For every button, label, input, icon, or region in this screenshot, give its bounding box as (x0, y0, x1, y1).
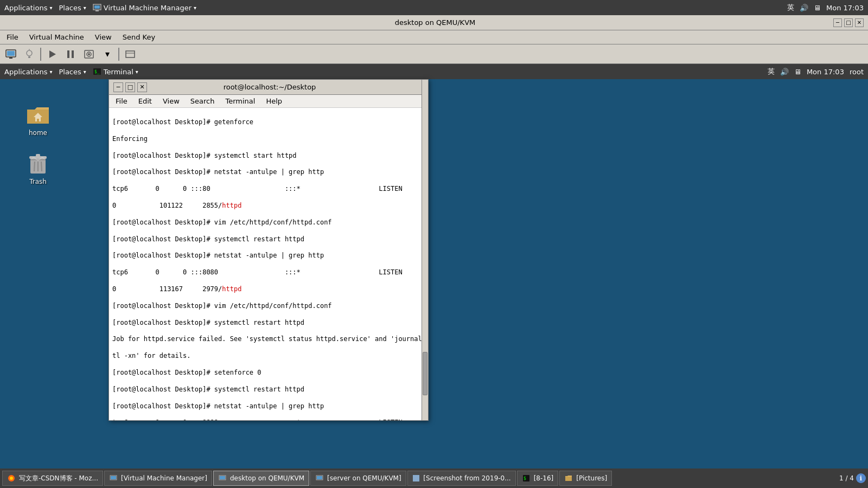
applications-menu[interactable]: Applications ▾ (4, 4, 52, 12)
terminal-minimize-btn[interactable]: ─ (113, 82, 123, 92)
topbar-right: 英 🔊 🖥 Mon 17:03 (787, 3, 864, 12)
guest-root-label: root (850, 68, 864, 76)
svg-rect-11 (72, 50, 74, 58)
trash-icon-label: Trash (29, 178, 47, 185)
term-menu-help[interactable]: Help (261, 96, 286, 106)
home-icon-label: home (29, 129, 47, 137)
term-line-11: 0 113167 2979/httpd (112, 285, 425, 294)
term-line-4: [root@localhost Desktop]# netstat -antul… (112, 168, 425, 177)
vmm-menu[interactable]: Virtual Machine Manager ▾ (93, 3, 196, 12)
places-menu[interactable]: Places ▾ (59, 4, 86, 12)
term-line-17: [root@localhost Desktop]# systemctl rest… (112, 385, 425, 394)
toolbar-sep2 (118, 48, 119, 61)
svg-rect-32 (111, 476, 116, 479)
toolbar-monitor-btn[interactable] (2, 47, 20, 62)
toolbar-dropdown-btn[interactable]: ▾ (99, 47, 116, 62)
vmm-icon (93, 3, 101, 12)
term-line-16: [root@localhost Desktop]# setenforce 0 (112, 368, 425, 377)
qemu-window-controls: ─ □ ✕ (833, 18, 864, 27)
applications-arrow: ▾ (49, 5, 52, 11)
trash-can-icon (25, 150, 51, 176)
term-line-13: [root@localhost Desktop]# systemctl rest… (112, 318, 425, 328)
svg-rect-5 (9, 57, 12, 59)
guest-volume-icon: 🔊 (780, 68, 789, 76)
terminal-restore-btn[interactable]: □ (125, 82, 135, 92)
taskbar-item-pictures[interactable]: [Pictures] (559, 471, 612, 486)
taskbar-item-desktop-qemu[interactable]: desktop on QEMU/KVM (213, 471, 309, 486)
taskbar-item-firefox-label: 写文章-CSDN博客 - Moz... (19, 474, 98, 483)
home-desktop-icon[interactable]: home (16, 101, 60, 137)
svg-text:$_: $_ (94, 69, 100, 74)
taskbar-item-vmm[interactable]: [Virtual Machine Manager] (104, 471, 212, 486)
taskbar-816-label: [8-16] (534, 474, 554, 482)
terminal-menubar: File Edit View Search Terminal Help (109, 95, 428, 108)
term-menu-terminal[interactable]: Terminal (221, 96, 259, 106)
term-line-18: [root@localhost Desktop]# netstat -antul… (112, 402, 425, 411)
trash-desktop-icon[interactable]: Trash (16, 150, 60, 185)
svg-rect-2 (95, 10, 99, 11)
taskbar-item-816[interactable]: $ [8-16] (517, 471, 559, 486)
guest-applications-menu[interactable]: Applications ▾ (4, 68, 52, 76)
term-menu-search[interactable]: Search (186, 96, 219, 106)
network-icon: 🖥 (814, 4, 821, 12)
play-icon (47, 49, 58, 60)
svg-point-6 (27, 50, 32, 56)
svg-text:$: $ (524, 476, 526, 481)
qemu-maximize-btn[interactable]: □ (844, 18, 853, 27)
taskbar-screenshot-label: [Screenshot from 2019-0... (423, 474, 510, 482)
term-menu-edit[interactable]: Edit (134, 96, 156, 106)
guest-terminal-label: Terminal (104, 68, 133, 76)
guest-lang: 英 (768, 67, 775, 76)
terminal-scrollbar[interactable] (422, 80, 428, 420)
term-line-19: tcp6 0 0 :::8888 :::* LISTEN (112, 418, 425, 420)
applications-label: Applications (4, 4, 47, 12)
svg-rect-1 (94, 5, 100, 9)
guest-places-label: Places (59, 68, 81, 76)
svg-rect-4 (7, 51, 15, 56)
qemu-minimize-btn[interactable]: ─ (833, 18, 842, 27)
terminal-close-btn[interactable]: ✕ (137, 82, 147, 92)
qemu-close-btn[interactable]: ✕ (855, 18, 864, 27)
toolbar-screenshot-btn[interactable] (80, 47, 98, 62)
scrollbar-thumb[interactable] (423, 352, 427, 395)
qemu-menu-file[interactable]: File (2, 32, 23, 42)
term-line-1: [root@localhost Desktop]# getenforce (112, 118, 425, 127)
topbar-left: Applications ▾ Places ▾ Virtual Machine … (4, 3, 196, 12)
vmm-taskbar-icon (109, 474, 118, 483)
firefox-icon (7, 474, 16, 483)
taskbar-item-screenshot[interactable]: [Screenshot from 2019-0... (407, 471, 516, 486)
terminal-output[interactable]: [root@localhost Desktop]# getenforce Enf… (109, 108, 428, 420)
toolbar-pause-btn[interactable] (62, 47, 79, 62)
pause-icon (65, 49, 76, 60)
guest-applications-label: Applications (4, 68, 47, 76)
taskbar-item-firefox[interactable]: 写文章-CSDN博客 - Moz... (2, 471, 103, 486)
qemu-toolbar: ▾ (0, 44, 868, 64)
svg-rect-10 (67, 50, 69, 58)
terminal-icon: $_ (93, 67, 101, 76)
term-menu-view[interactable]: View (158, 96, 184, 106)
svg-marker-9 (49, 50, 56, 58)
toolbar-play-btn[interactable] (43, 47, 61, 62)
taskbar-page-info: 1 / 4 (839, 474, 854, 482)
svg-point-30 (10, 477, 13, 480)
toolbar-fullscreen-btn[interactable] (122, 47, 139, 62)
term-line-7: [root@localhost Desktop]# vim /etc/httpd… (112, 218, 425, 227)
toolbar-lightbulb-btn[interactable] (21, 47, 38, 62)
svg-line-26 (41, 162, 42, 171)
guest-network-icon: 🖥 (794, 68, 801, 76)
taskbar-right-area: 1 / 4 ℹ (839, 473, 866, 483)
guest-topbar-right: 英 🔊 🖥 Mon 17:03 root (768, 67, 864, 76)
term-menu-file[interactable]: File (111, 96, 132, 106)
term-line-6: 0 101122 2855/httpd (112, 201, 425, 210)
qemu-menu-view[interactable]: View (91, 32, 116, 42)
qemu-menu-sendkey[interactable]: Send Key (118, 32, 159, 42)
taskbar-info-icon[interactable]: ℹ (856, 473, 866, 483)
toolbar-sep1 (40, 48, 41, 61)
language-indicator[interactable]: 英 (787, 3, 794, 12)
guest-terminal-menu[interactable]: $_ Terminal ▾ (93, 67, 138, 76)
taskbar-item-server-qemu[interactable]: [server on QEMU/KVM] (310, 471, 406, 486)
guest-taskbar: 写文章-CSDN博客 - Moz... [Virtual Machine Man… (0, 468, 868, 488)
qemu-menu-virtualmachine[interactable]: Virtual Machine (25, 32, 88, 42)
term-line-8: [root@localhost Desktop]# systemctl rest… (112, 235, 425, 244)
guest-places-menu[interactable]: Places ▾ (59, 68, 86, 76)
